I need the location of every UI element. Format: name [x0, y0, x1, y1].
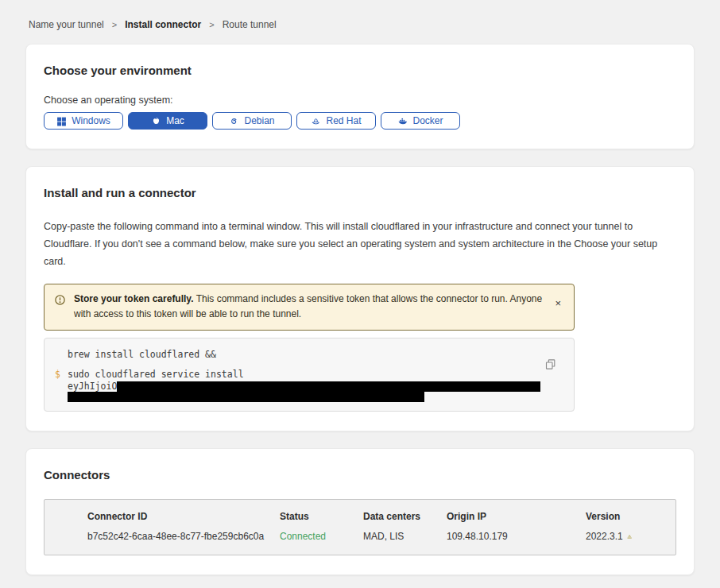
os-button-redhat[interactable]: Red Hat: [296, 112, 376, 130]
warning-close-button[interactable]: ×: [555, 298, 561, 308]
windows-icon: [56, 116, 67, 126]
breadcrumb-step-install-connector[interactable]: Install connector: [125, 19, 201, 30]
install-instructions: Copy-paste the following command into a …: [44, 219, 676, 271]
header-connector-id: Connector ID: [87, 511, 280, 522]
table-header-row: Connector ID Status Data centers Origin …: [87, 511, 675, 522]
breadcrumb-step-name-your-tunnel[interactable]: Name your tunnel: [29, 19, 104, 30]
environment-card-title: Choose your environment: [44, 64, 676, 77]
os-button-label: Debian: [244, 115, 274, 126]
breadcrumb: Name your tunnel > Install connector > R…: [0, 0, 720, 30]
version-value: 2022.3.1: [586, 531, 638, 542]
os-button-docker[interactable]: Docker: [381, 112, 460, 130]
os-button-label: Red Hat: [326, 115, 361, 126]
connectors-card: Connectors Connector ID Status Data cent…: [25, 448, 695, 575]
os-button-label: Docker: [412, 115, 443, 126]
data-centers-value: MAD, LIS: [363, 531, 447, 542]
token-redaction-bar: [117, 381, 540, 392]
os-button-debian[interactable]: Debian: [212, 112, 292, 130]
code-line-token-continued: [45, 392, 574, 402]
header-status: Status: [280, 511, 363, 522]
os-button-label: Windows: [72, 115, 110, 126]
code-line-token: eyJhIjoiO: [45, 381, 574, 392]
os-button-label: Mac: [166, 115, 184, 126]
os-button-windows[interactable]: Windows: [44, 112, 123, 130]
token-prefix-text: eyJhIjoiO: [68, 381, 117, 392]
warning-triangle-icon: [627, 532, 632, 542]
os-button-group: Windows Mac Debian Red Hat Docker: [44, 112, 676, 130]
version-number: 2022.3.1: [586, 531, 623, 542]
install-card-title: Install and run a connector: [44, 186, 676, 199]
os-select-label: Choose an operating system:: [44, 95, 676, 106]
os-button-mac[interactable]: Mac: [128, 112, 207, 130]
environment-card: Choose your environment Choose an operat…: [25, 44, 695, 149]
warning-title: Store your token carefully.: [74, 293, 194, 304]
install-connector-card: Install and run a connector Copy-paste t…: [25, 166, 695, 431]
install-command-codeblock: brew install cloudflared && $ sudo cloud…: [44, 338, 575, 412]
copy-command-button[interactable]: [544, 358, 556, 370]
code-line-service-install: $ sudo cloudflared service install: [45, 369, 574, 381]
token-warning-banner: Store your token carefully. This command…: [44, 284, 575, 331]
origin-ip-value: 109.48.10.179: [447, 531, 586, 542]
shell-prompt: $: [55, 369, 60, 381]
debian-icon: [229, 116, 239, 126]
connectors-card-title: Connectors: [44, 468, 676, 482]
page-content: Choose your environment Choose an operat…: [25, 44, 695, 575]
connector-id-value: b7c52c42-6caa-48ee-8c77-fbe259cb6c0a: [87, 531, 280, 542]
warning-message: Store your token carefully. This command…: [74, 292, 542, 323]
breadcrumb-step-route-tunnel[interactable]: Route tunnel: [223, 19, 277, 30]
breadcrumb-separator: >: [209, 20, 214, 29]
docker-icon: [397, 116, 408, 126]
status-badge: Connected: [280, 531, 363, 542]
alert-circle-icon: [54, 294, 66, 306]
code-text: brew install cloudflared &&: [68, 349, 216, 360]
header-version: Version: [586, 511, 638, 522]
connectors-table: Connector ID Status Data centers Origin …: [44, 499, 676, 555]
redhat-icon: [311, 116, 321, 126]
token-redaction-bar: [68, 392, 424, 402]
header-origin-ip: Origin IP: [447, 511, 586, 522]
code-text: sudo cloudflared service install: [68, 369, 244, 380]
header-data-centers: Data centers: [363, 511, 447, 522]
breadcrumb-separator: >: [112, 20, 117, 29]
code-line-brew: brew install cloudflared &&: [45, 349, 574, 361]
apple-icon: [151, 116, 161, 126]
table-row: b7c52c42-6caa-48ee-8c77-fbe259cb6c0a Con…: [87, 531, 675, 542]
copy-icon: [544, 358, 556, 370]
